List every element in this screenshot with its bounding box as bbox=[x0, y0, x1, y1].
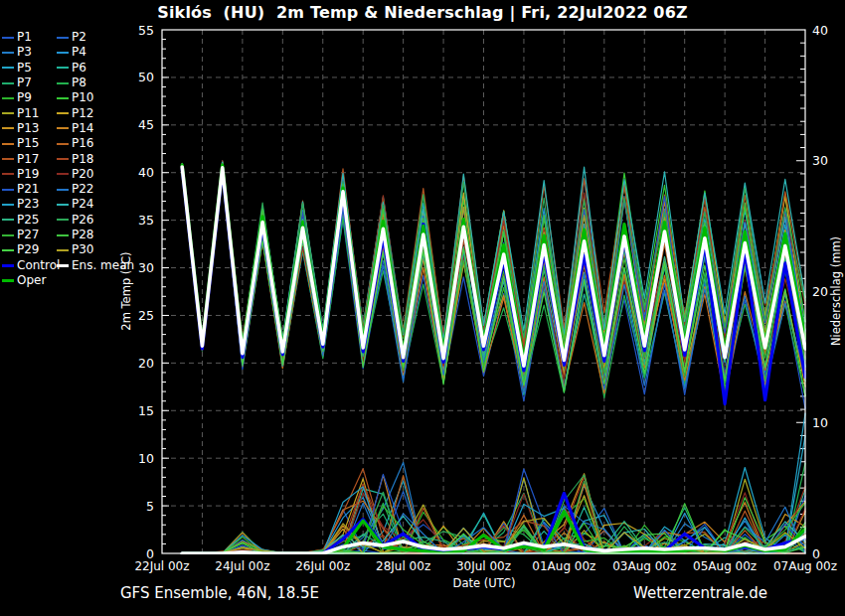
legend-label: P3 bbox=[17, 46, 32, 59]
legend-label: P19 bbox=[17, 168, 40, 181]
legend-swatch bbox=[2, 37, 14, 39]
legend-label: P17 bbox=[17, 153, 40, 166]
legend-swatch bbox=[57, 234, 69, 236]
legend-swatch bbox=[2, 234, 14, 236]
legend-label: P6 bbox=[72, 62, 86, 75]
legend-item: P25 bbox=[2, 213, 60, 228]
legend-item: P9 bbox=[2, 90, 60, 105]
legend-label: P30 bbox=[72, 243, 94, 256]
legend-swatch bbox=[2, 127, 14, 129]
legend-item: P19 bbox=[2, 167, 60, 182]
legend-item: P11 bbox=[2, 105, 60, 120]
legend-label: Control bbox=[17, 259, 60, 272]
x-tick-label: 30Jul 00z bbox=[456, 559, 511, 573]
y-left-tick-label: 35 bbox=[138, 213, 154, 228]
legend-label: P24 bbox=[72, 198, 94, 211]
legend-label: P18 bbox=[72, 153, 94, 166]
legend-column1: P1P3P5P7P9P11P13P15P17P19P21P23P25P27P29… bbox=[2, 30, 60, 288]
y-left-tick-label: 20 bbox=[138, 356, 154, 371]
legend-swatch bbox=[57, 249, 69, 251]
legend-label: P26 bbox=[72, 214, 94, 227]
y-left-tick-label: 10 bbox=[138, 451, 154, 466]
legend-item: P15 bbox=[2, 136, 60, 151]
x-tick-label: 01Aug 00z bbox=[532, 559, 595, 573]
x-tick-label: 07Aug 00z bbox=[773, 559, 837, 573]
legend-swatch bbox=[57, 204, 69, 206]
legend-swatch bbox=[2, 249, 14, 251]
legend-label: Ens. mean bbox=[72, 259, 134, 272]
legend-swatch bbox=[2, 52, 14, 54]
y-left-tick-label: 45 bbox=[138, 117, 154, 132]
legend-item: P22 bbox=[57, 182, 134, 197]
legend-item: P4 bbox=[57, 45, 134, 60]
y-right-tick-label: 10 bbox=[812, 415, 828, 430]
legend-label: Oper bbox=[17, 274, 46, 287]
legend-item: P2 bbox=[57, 30, 134, 45]
legend-swatch bbox=[2, 264, 14, 267]
x-axis-title: Date (UTC) bbox=[385, 576, 584, 590]
legend-item: P30 bbox=[57, 242, 134, 257]
legend-swatch bbox=[57, 173, 69, 175]
legend-item: P7 bbox=[2, 76, 60, 90]
legend-swatch bbox=[57, 264, 69, 267]
legend-label: P15 bbox=[17, 137, 40, 150]
legend-swatch bbox=[2, 112, 14, 114]
y-left-tick-label: 25 bbox=[138, 308, 154, 323]
y-right-tick-label: 20 bbox=[812, 284, 828, 299]
legend-item: P29 bbox=[2, 242, 60, 257]
legend-swatch bbox=[2, 97, 14, 99]
legend-item: P23 bbox=[2, 197, 60, 212]
footer-branding: Wetterzentrale.de bbox=[633, 584, 767, 602]
legend-label: P27 bbox=[17, 229, 40, 241]
legend-column2: P2P4P6P8P10P12P14P16P18P20P22P24P26P28P3… bbox=[57, 30, 134, 273]
legend-item: Ens. mean bbox=[57, 257, 134, 272]
legend-swatch bbox=[57, 158, 69, 160]
legend-label: P5 bbox=[17, 62, 32, 75]
legend-swatch bbox=[2, 67, 14, 69]
y-left-tick-label: 40 bbox=[138, 165, 154, 180]
y-left-tick-label: 30 bbox=[138, 260, 154, 275]
legend-item: P14 bbox=[57, 121, 134, 136]
legend-swatch bbox=[2, 189, 14, 191]
footer-model-info: GFS Ensemble, 46N, 18.5E bbox=[120, 584, 319, 602]
meteogram-page: 051015202530354045505501020304022Jul 00z… bbox=[0, 0, 845, 616]
legend-label: P14 bbox=[72, 122, 94, 135]
legend-label: P28 bbox=[72, 229, 94, 241]
legend-swatch bbox=[2, 173, 14, 175]
x-tick-label: 26Jul 00z bbox=[295, 559, 350, 573]
legend-item: P12 bbox=[57, 105, 134, 120]
legend-label: P10 bbox=[72, 91, 94, 104]
legend-label: P12 bbox=[72, 107, 94, 120]
legend-label: P22 bbox=[72, 183, 94, 196]
legend-label: P8 bbox=[72, 77, 86, 89]
legend-label: P23 bbox=[17, 198, 40, 211]
legend-item: P21 bbox=[2, 182, 60, 197]
legend-swatch bbox=[57, 219, 69, 221]
legend-item: P3 bbox=[2, 45, 60, 60]
legend-swatch bbox=[57, 37, 69, 39]
legend-swatch bbox=[57, 97, 69, 99]
legend-label: P2 bbox=[72, 31, 86, 44]
legend-swatch bbox=[2, 143, 14, 145]
legend-item: Oper bbox=[2, 273, 60, 288]
legend-swatch bbox=[57, 189, 69, 191]
y-left-tick-label: 55 bbox=[138, 23, 154, 38]
legend-label: P1 bbox=[17, 31, 32, 44]
legend-item: P8 bbox=[57, 76, 134, 90]
legend-swatch bbox=[2, 279, 14, 282]
legend-item: P28 bbox=[57, 228, 134, 242]
x-tick-label: 24Jul 00z bbox=[215, 559, 269, 573]
legend-swatch bbox=[2, 219, 14, 221]
legend-swatch bbox=[57, 82, 69, 84]
legend-swatch bbox=[57, 127, 69, 129]
legend-item: P10 bbox=[57, 90, 134, 105]
legend-item: P20 bbox=[57, 167, 134, 182]
legend-swatch bbox=[57, 52, 69, 54]
chart-title: Siklós (HU) 2m Temp & Niederschlag | Fri… bbox=[0, 3, 845, 22]
x-tick-label: 03Aug 00z bbox=[612, 559, 676, 573]
legend-label: P16 bbox=[72, 137, 94, 150]
legend-swatch bbox=[2, 82, 14, 84]
legend-swatch bbox=[2, 204, 14, 206]
legend-item: P6 bbox=[57, 61, 134, 76]
y-axis-right-title: Niederschlag (mm) bbox=[829, 142, 845, 440]
